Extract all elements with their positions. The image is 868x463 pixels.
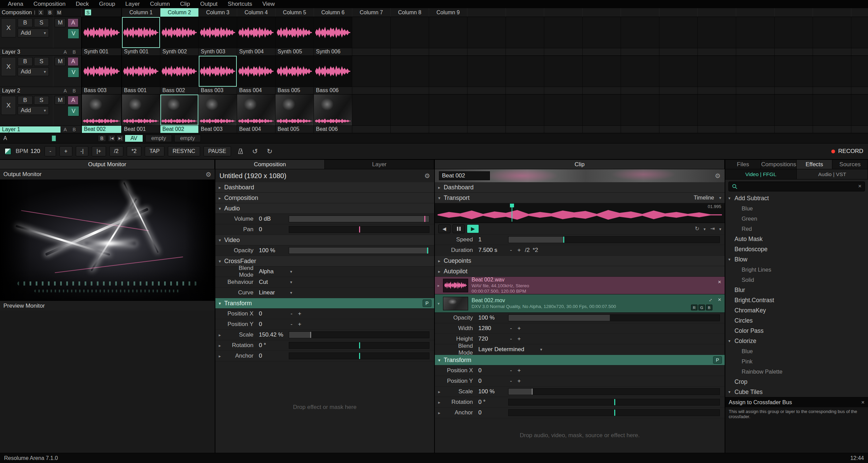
clip-bass-001[interactable]: Bass 001 [122, 56, 160, 94]
column-header-20[interactable] [851, 8, 868, 17]
menu-deck[interactable]: Deck [71, 1, 94, 7]
clip-slot-empty[interactable] [851, 17, 868, 55]
effect-blow[interactable]: ▾Blow [725, 254, 868, 264]
tab-output-monitor[interactable]: Output Monitor [0, 160, 215, 169]
minus-stepper[interactable]: - [287, 321, 296, 328]
layer-audio-button[interactable]: A [68, 96, 78, 105]
close-icon[interactable]: × [718, 296, 721, 303]
clip-name-input[interactable]: Beat 002 [439, 171, 490, 180]
clip-bass-003[interactable]: Bass 003 [199, 56, 237, 94]
column-header-17[interactable] [736, 8, 775, 17]
clip-slot-empty[interactable] [659, 95, 698, 133]
clip-slot-empty[interactable] [391, 95, 429, 133]
curve-dropdown[interactable]: Linear [253, 289, 287, 296]
tab-layer-props[interactable]: Layer [325, 160, 434, 169]
tab-compositions[interactable]: Compositions [761, 160, 797, 169]
scale-slider[interactable] [289, 331, 429, 338]
menu-view[interactable]: View [257, 1, 280, 7]
transport-button-2[interactable]: + [59, 146, 72, 156]
clip-slot-empty[interactable] [775, 17, 813, 55]
anchor-slider[interactable] [508, 409, 720, 416]
clip-slot-empty[interactable] [659, 56, 698, 94]
column-header-9[interactable]: Column 9 [429, 8, 467, 17]
layer-name-label[interactable]: Layer 1 [0, 126, 60, 133]
video-track-row[interactable]: ▾ Beat 002.mov DXV 3.0 Normal Quality, N… [435, 294, 725, 313]
section-dashboard[interactable]: ▸Dashboard [215, 182, 434, 193]
section-audio[interactable]: ▾Audio [215, 203, 434, 214]
transport-button-4[interactable]: |+ [92, 146, 106, 156]
clear-layer-button[interactable]: X [1, 96, 16, 115]
audio-track-row[interactable]: ▸ Beat 002.wav WAV file, 44.100kHz, Ster… [435, 277, 725, 294]
section-transport[interactable]: ▾Transport Timeline▾ [435, 193, 725, 203]
clip-beat-003[interactable]: Beat 003 [199, 95, 237, 133]
minus-stepper[interactable]: - [507, 377, 515, 385]
crossfader-assign-tags[interactable]: A B [60, 49, 81, 55]
bypass-layer-button[interactable]: B [18, 18, 33, 27]
solo-layer-button[interactable]: S [34, 57, 49, 66]
clip-slot-empty[interactable] [813, 56, 851, 94]
clip-slot-empty[interactable] [813, 17, 851, 55]
effect-cube-tiles[interactable]: ▾Cube Tiles [725, 387, 868, 397]
column-header-12[interactable] [544, 8, 583, 17]
clip-synth-005[interactable]: Synth 005 [276, 17, 314, 55]
section-video[interactable]: ▾Video [215, 235, 434, 245]
transport-button-7[interactable]: TAP [145, 146, 164, 156]
clear-layer-button[interactable]: X [1, 18, 16, 37]
tab-composition-props[interactable]: Composition [215, 160, 325, 169]
playhead[interactable] [512, 205, 512, 222]
preset-bright-lines[interactable]: Bright Lines [725, 264, 868, 275]
menu-group[interactable]: Group [94, 1, 120, 7]
transport-button-5[interactable]: /2 [109, 146, 123, 156]
clip-slot-empty[interactable] [506, 56, 544, 94]
tab-effects[interactable]: Effects [797, 160, 832, 169]
column-header-5[interactable]: Column 5 [276, 8, 314, 17]
bypass-layer-button[interactable]: B [18, 57, 33, 66]
deck-tab-3[interactable]: empty [174, 135, 201, 142]
effect-blur[interactable]: Blur [725, 285, 868, 295]
clip-synth-001[interactable]: Synth 001 [82, 17, 122, 55]
solo-layer-button[interactable]: S [34, 96, 49, 105]
deck-tab-1[interactable]: AV [125, 135, 143, 142]
rotation-slider[interactable] [508, 399, 720, 406]
clip-slot-empty[interactable] [659, 17, 698, 55]
tab-files[interactable]: Files [725, 160, 761, 169]
tab-sources[interactable]: Sources [832, 160, 868, 169]
green-channel-button[interactable]: G [698, 305, 705, 310]
previous-deck-button[interactable]: |◀ [108, 135, 116, 142]
clip-slot-empty[interactable] [775, 56, 813, 94]
transform-param-button[interactable]: P [713, 356, 722, 364]
composition-clear-button[interactable]: X [37, 9, 44, 16]
blue-channel-button[interactable]: B [706, 305, 712, 310]
clip-slot-empty[interactable] [391, 56, 429, 94]
column-header-10[interactable] [467, 8, 506, 17]
clip-synth-002[interactable]: Synth 002 [160, 17, 199, 55]
column-header-16[interactable] [698, 8, 736, 17]
clip-slot-empty[interactable] [429, 17, 467, 55]
close-icon[interactable]: × [718, 279, 721, 286]
clip-slot-empty[interactable] [391, 17, 429, 55]
blend-mode-dropdown[interactable]: Alpha [253, 268, 287, 275]
column-header-2[interactable]: Column 2 [160, 8, 199, 17]
add-clip-button[interactable]: Add▾ [18, 67, 49, 76]
duration-half[interactable]: /2 [523, 246, 531, 254]
transport-mode-dropdown[interactable]: Timeline▾ [694, 195, 721, 201]
crossfader-bus-a-label[interactable]: A [3, 135, 7, 141]
clip-slot-empty[interactable] [467, 56, 506, 94]
layer-name-label[interactable]: Layer 2 [0, 88, 60, 94]
column-header-14[interactable] [621, 8, 659, 17]
plus-stepper[interactable]: + [296, 321, 304, 328]
menu-column[interactable]: Column [145, 1, 175, 7]
clip-slot-empty[interactable] [352, 56, 391, 94]
expand-arrow-icon[interactable]: ▸ [438, 283, 443, 288]
add-clip-button[interactable]: Add▾ [18, 106, 49, 115]
plus-stepper[interactable]: + [515, 377, 523, 385]
menu-clip[interactable]: Clip [175, 1, 195, 7]
clip-slot-empty[interactable] [506, 17, 544, 55]
clip-slot-empty[interactable] [698, 17, 736, 55]
clip-slot-empty[interactable] [467, 95, 506, 133]
menu-composition[interactable]: Composition [28, 1, 71, 7]
clip-slot-empty[interactable] [621, 56, 659, 94]
clip-synth-001[interactable]: Synth 001 [122, 17, 160, 55]
effect-color-pass[interactable]: Color Pass [725, 326, 868, 336]
effect-crop[interactable]: Crop [725, 377, 868, 387]
